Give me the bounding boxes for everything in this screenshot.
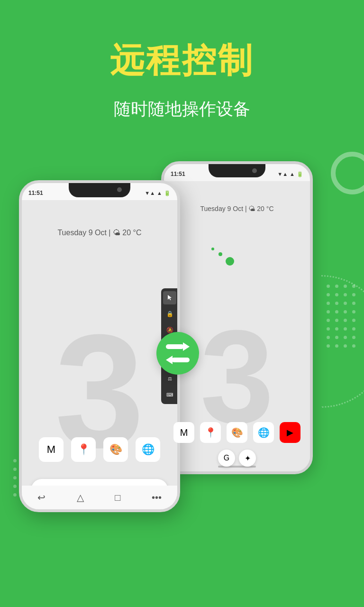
front-gmail-icon: M (39, 437, 64, 462)
toolbar-pointer-icon[interactable] (163, 291, 176, 304)
back-assistant-icon: ✦ (239, 450, 256, 467)
svg-rect-2 (172, 358, 190, 362)
front-power-button (179, 240, 180, 268)
svg-marker-3 (166, 356, 173, 364)
nav-more-icon[interactable]: ••• (152, 492, 162, 503)
back-assistant-row: G ✦ (218, 450, 256, 467)
front-status-icons: ▼▲ ▲ 🔋 (145, 190, 171, 196)
sub-title: 随时随地操作设备 (114, 98, 250, 121)
phones-container: 11:51 ▼▲ ▲ 🔋 Tuesday 9 Oct | 🌤 20 °C 3 (0, 133, 364, 598)
front-chrome-icon: 🌐 (136, 437, 160, 462)
front-time: 11:51 (28, 190, 43, 196)
front-photos-icon: 🎨 (103, 437, 128, 462)
front-wifi-icon: ▲ (157, 190, 162, 196)
back-gmail-icon: M (173, 422, 194, 443)
back-date-weather: Tuesday 9 Oct | 🌤 20 °C (164, 205, 310, 212)
back-time: 11:51 (171, 171, 185, 177)
phone-back: 11:51 ▼▲ ▲ 🔋 Tuesday 9 Oct | 🌤 20 °C 3 (161, 161, 313, 474)
front-phone-screen: Tuesday 9 Oct | 🌤 20 °C 3 M 📍 🎨 🌐 G ↩ (22, 200, 177, 509)
back-google-icon: G (218, 450, 235, 467)
back-youtube-icon: ▶ (280, 422, 300, 443)
front-vol-up-button (19, 230, 20, 249)
main-title: 远程控制 (110, 38, 254, 83)
back-camera-dot (252, 168, 257, 173)
back-phone-notch (209, 164, 265, 177)
back-power-button (312, 221, 313, 249)
back-app-icons: M 📍 🎨 🌐 ▶ (164, 422, 310, 443)
back-photos-icon: 🎨 (227, 422, 247, 443)
svg-rect-0 (166, 344, 184, 349)
back-chrome-icon: 🌐 (253, 422, 274, 443)
transfer-arrows (166, 342, 190, 364)
front-phone-notch (69, 183, 130, 197)
front-app-icons: M 📍 🎨 🌐 (22, 437, 177, 462)
back-signal-icon: ▼▲ (277, 171, 288, 177)
back-status-icons: ▼▲ ▲ 🔋 (277, 171, 303, 177)
front-signal-icon: ▼▲ (145, 190, 155, 196)
front-date-weather: Tuesday 9 Oct | 🌤 20 °C (22, 229, 177, 237)
toolbar-keyboard-icon[interactable]: ⌨ (163, 388, 176, 401)
green-dot-2 (218, 252, 222, 256)
front-nav-bar: ↩ △ □ ••• (22, 486, 177, 509)
front-battery-icon: 🔋 (164, 190, 171, 196)
back-wifi-icon: ▲ (290, 171, 295, 177)
nav-home-icon[interactable]: △ (77, 492, 84, 503)
back-battery-icon: 🔋 (297, 171, 303, 177)
green-dot-1 (226, 257, 234, 266)
svg-marker-1 (183, 342, 190, 351)
front-camera-dot (117, 187, 122, 192)
page-container: 远程控制 随时随地操作设备 (0, 0, 364, 607)
toolbar-lock-icon[interactable]: 🔒 (163, 307, 176, 321)
front-maps-icon: 📍 (71, 437, 96, 462)
nav-recents-icon[interactable]: □ (115, 492, 120, 503)
phone-front: 11:51 ▼▲ ▲ 🔋 Tuesday 9 Oct | 🌤 20 °C 3 M… (19, 180, 180, 512)
front-vol-down-button (19, 259, 20, 287)
transfer-icon[interactable] (156, 332, 199, 375)
nav-back-icon[interactable]: ↩ (37, 492, 46, 503)
back-phone-screen: Tuesday 9 Oct | 🌤 20 °C 3 M 📍 🎨 🌐 ▶ (164, 181, 310, 471)
back-maps-icon: 📍 (200, 422, 221, 443)
green-dot-3 (211, 248, 214, 250)
